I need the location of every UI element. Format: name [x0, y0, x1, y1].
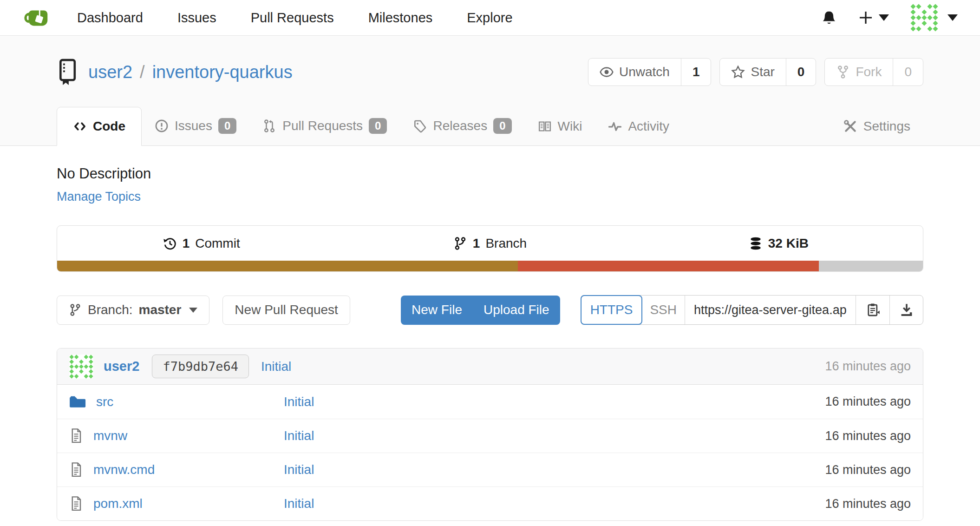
- file-commit-message-link[interactable]: Initial: [284, 428, 314, 443]
- issue-icon: [155, 119, 169, 133]
- file-row: pom.xml Initial 16 minutes ago: [57, 487, 923, 520]
- commit-author-avatar[interactable]: [69, 355, 93, 379]
- file-commit-message-link[interactable]: Initial: [284, 394, 314, 409]
- file-row: mvnw Initial 16 minutes ago: [57, 419, 923, 453]
- commits-count: 1: [183, 236, 190, 251]
- download-icon: [899, 302, 914, 317]
- file-link[interactable]: pom.xml: [93, 496, 143, 511]
- settings-tools-icon: [843, 119, 857, 133]
- repo-actions: Unwatch 1 Star 0: [588, 58, 923, 86]
- create-new-dropdown[interactable]: [858, 10, 889, 25]
- file-commit-time: 16 minutes ago: [825, 497, 911, 511]
- user-avatar: [910, 4, 938, 32]
- unwatch-label: Unwatch: [619, 65, 670, 79]
- commit-author-link[interactable]: user2: [104, 359, 139, 374]
- file-row: mvnw.cmd Initial 16 minutes ago: [57, 453, 923, 487]
- nav-dashboard[interactable]: Dashboard: [77, 10, 143, 26]
- tab-settings-label: Settings: [863, 119, 910, 134]
- gitea-logo-icon[interactable]: [22, 3, 51, 32]
- copy-url-button[interactable]: [856, 296, 889, 324]
- file-name-cell: pom.xml: [69, 496, 284, 512]
- branches-stat[interactable]: 1 Branch: [346, 226, 634, 261]
- file-link[interactable]: mvnw.cmd: [93, 462, 155, 477]
- latest-commit-bar: user2 f7b9db7e64 Initial 16 minutes ago: [57, 348, 923, 385]
- navbar-right: [821, 4, 958, 32]
- upload-file-button[interactable]: Upload File: [473, 296, 560, 325]
- commit-time: 16 minutes ago: [825, 359, 911, 374]
- language-segment: [57, 261, 518, 271]
- toolbar-right: New File Upload File HTTPS SSH: [401, 295, 923, 325]
- pull-requests-badge: 0: [369, 118, 387, 134]
- tab-releases[interactable]: Releases 0: [400, 106, 524, 145]
- user-menu-dropdown[interactable]: [910, 4, 958, 32]
- database-icon: [749, 237, 763, 250]
- repo-owner-link[interactable]: user2: [88, 62, 132, 82]
- tab-pull-requests[interactable]: Pull Requests 0: [249, 106, 400, 145]
- branches-count: 1: [473, 236, 480, 251]
- file-commit-message-link[interactable]: Initial: [284, 496, 314, 511]
- repo-name-link[interactable]: inventory-quarkus: [152, 62, 293, 82]
- tab-issues[interactable]: Issues 0: [142, 106, 249, 145]
- stars-count[interactable]: 0: [786, 59, 816, 85]
- wiki-book-icon: [538, 119, 552, 133]
- nav-pull-requests[interactable]: Pull Requests: [251, 10, 334, 26]
- repo-description: No Description: [57, 165, 923, 182]
- manage-topics-link[interactable]: Manage Topics: [57, 190, 141, 204]
- repo-size-stat[interactable]: 32 KiB: [634, 226, 923, 261]
- file-row: src Initial 16 minutes ago: [57, 385, 923, 419]
- language-segment: [819, 261, 923, 271]
- file-commit-time: 16 minutes ago: [825, 429, 911, 443]
- tab-activity[interactable]: Activity: [595, 107, 682, 145]
- file-link[interactable]: src: [96, 394, 113, 409]
- code-toolbar: Branch: master New Pull Request New File…: [57, 295, 923, 325]
- commits-stat[interactable]: 1 Commit: [57, 226, 346, 261]
- pull-request-icon: [262, 119, 276, 133]
- download-archive-button[interactable]: [889, 296, 923, 324]
- file-icon: [69, 462, 83, 478]
- unwatch-button-group: Unwatch 1: [588, 58, 712, 86]
- commit-hash-link[interactable]: f7b9db7e64: [152, 355, 249, 378]
- nav-milestones[interactable]: Milestones: [368, 10, 433, 26]
- ssh-protocol-button[interactable]: SSH: [642, 296, 685, 324]
- nav-links: Dashboard Issues Pull Requests Milestone…: [77, 10, 513, 26]
- fork-button-group: Fork 0: [824, 58, 923, 86]
- repo-title-row: user2 / inventory-quarkus Unwatch 1: [57, 58, 923, 86]
- repo-main-content: No Description Manage Topics 1 Commit: [57, 146, 923, 521]
- fork-button[interactable]: Fork: [825, 59, 893, 85]
- commit-message-link[interactable]: Initial: [261, 359, 291, 374]
- clone-url-input[interactable]: [685, 296, 856, 324]
- file-name-cell: mvnw.cmd: [69, 462, 284, 478]
- tab-code[interactable]: Code: [57, 107, 142, 146]
- star-button-group: Star 0: [719, 58, 816, 86]
- chevron-down-icon: [879, 14, 889, 21]
- clipboard-copy-icon: [865, 302, 880, 317]
- tab-wiki[interactable]: Wiki: [525, 107, 595, 145]
- notifications-bell-icon[interactable]: [821, 9, 837, 26]
- code-icon: [73, 119, 87, 133]
- tab-settings[interactable]: Settings: [830, 107, 923, 145]
- eye-icon: [600, 65, 614, 79]
- repo-book-icon: [57, 59, 78, 85]
- nav-explore[interactable]: Explore: [467, 10, 512, 26]
- nav-issues[interactable]: Issues: [177, 10, 216, 26]
- new-pull-request-button[interactable]: New Pull Request: [222, 296, 350, 325]
- tab-releases-label: Releases: [433, 118, 487, 133]
- forks-count[interactable]: 0: [893, 59, 923, 85]
- top-navbar: Dashboard Issues Pull Requests Milestone…: [0, 0, 980, 36]
- unwatch-button[interactable]: Unwatch: [588, 59, 681, 85]
- breadcrumb: user2 / inventory-quarkus: [88, 62, 293, 82]
- file-link[interactable]: mvnw: [93, 428, 127, 443]
- new-file-button[interactable]: New File: [401, 296, 473, 325]
- branch-label: Branch:: [88, 302, 133, 317]
- activity-pulse-icon: [608, 119, 622, 133]
- chevron-down-icon: [189, 308, 197, 313]
- https-protocol-button[interactable]: HTTPS: [581, 295, 643, 325]
- watchers-count[interactable]: 1: [681, 59, 711, 85]
- repo-stats-card: 1 Commit 1 Branch 32 KiB: [57, 225, 923, 272]
- language-bar[interactable]: [57, 261, 923, 271]
- branch-selector[interactable]: Branch: master: [57, 296, 209, 325]
- chevron-down-icon: [947, 14, 958, 21]
- file-commit-message-link[interactable]: Initial: [284, 462, 314, 477]
- star-button[interactable]: Star: [720, 59, 785, 85]
- tab-pull-requests-label: Pull Requests: [282, 118, 363, 133]
